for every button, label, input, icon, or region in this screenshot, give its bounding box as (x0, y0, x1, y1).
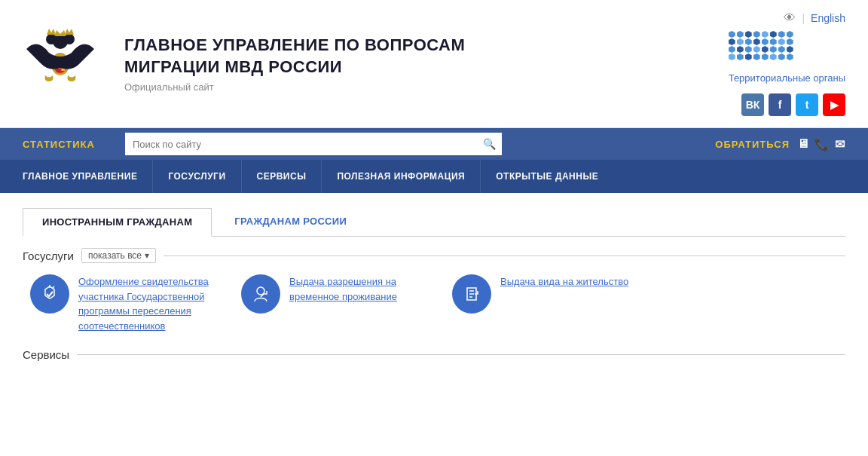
hex-cell (762, 54, 769, 60)
hex-cell (770, 54, 777, 60)
servisy-title: Сервисы (23, 348, 69, 361)
hex-cell (745, 31, 752, 38)
hex-cell (753, 54, 760, 60)
service-icon-3 (452, 274, 491, 314)
phone-icon: 📞 (815, 137, 830, 151)
header-title-block: ГЛАВНОЕ УПРАВЛЕНИЕ ПО ВОПРОСАМ МИГРАЦИИ … (124, 35, 729, 93)
hex-cell (787, 38, 793, 45)
svg-point-4 (46, 34, 57, 44)
hex-cell (778, 31, 785, 38)
service-icon-2 (241, 274, 280, 314)
service-card-1: Оформление свидетельства участника Госуд… (30, 274, 219, 333)
hex-cell (753, 31, 760, 38)
language-selector: 👁 | English (784, 11, 845, 25)
service-link-1[interactable]: Оформление свидетельства участника Госуд… (78, 274, 219, 333)
hex-cell (762, 46, 769, 53)
gosuslugi-title: Госуслуги (23, 249, 74, 262)
contact-icons: 🖥 📞 ✉ (797, 137, 845, 151)
logo: 🐴 (23, 23, 105, 106)
hex-cell (729, 46, 735, 53)
hex-cell (737, 54, 744, 60)
servisy-divider (77, 354, 845, 355)
hex-cell (787, 54, 793, 60)
service-card-3: Выдача вида на жительство (452, 274, 628, 333)
english-link[interactable]: English (811, 12, 845, 24)
page-title: ГЛАВНОЕ УПРАВЛЕНИЕ ПО ВОПРОСАМ МИГРАЦИИ … (124, 35, 729, 78)
hex-pattern-image (729, 31, 796, 70)
search-bar: 🔍 (125, 133, 502, 155)
service-link-2[interactable]: Выдача разрешения на временное проживани… (289, 274, 429, 304)
services-list: Оформление свидетельства участника Госуд… (23, 274, 845, 333)
hex-cell (787, 46, 793, 53)
hex-cell (770, 46, 777, 53)
service-icon-1 (30, 274, 69, 314)
hex-cell (778, 54, 785, 60)
youtube-icon[interactable]: ▶ (823, 93, 845, 116)
hex-cell (729, 31, 735, 38)
facebook-icon[interactable]: f (769, 93, 791, 116)
search-input[interactable] (125, 133, 477, 155)
header-right: 👁 | English (729, 11, 845, 116)
territorial-block: Территориальные органы (729, 31, 845, 84)
tab-foreign-citizens[interactable]: ИНОСТРАННЫМ ГРАЖДАНАМ (23, 208, 212, 237)
tab-russian-citizens[interactable]: ГРАЖДАНАМ РОССИИ (215, 208, 365, 236)
show-all-button[interactable]: показать все ▾ (81, 248, 156, 263)
tab-content-foreign: Госуслуги показать все ▾ Оформление свид… (23, 248, 845, 361)
hex-cell (737, 38, 744, 45)
vk-icon[interactable]: ВК (741, 93, 764, 116)
hex-cell (770, 38, 777, 45)
twitter-icon[interactable]: t (796, 93, 818, 116)
nav-servisy[interactable]: СЕРВИСЫ (242, 160, 322, 193)
hex-cell (737, 46, 744, 53)
nav-bar-statistics: СТАТИСТИКА 🔍 ОБРАТИТЬСЯ 🖥 📞 ✉ (0, 128, 868, 160)
hex-cell (778, 38, 785, 45)
service-link-3[interactable]: Выдача вида на жительство (500, 274, 628, 289)
nav-otkrytye-dannye[interactable]: ОТКРЫТЫЕ ДАННЫЕ (481, 160, 613, 193)
eye-icon[interactable]: 👁 (784, 11, 796, 25)
hex-cell (778, 46, 785, 53)
service-card-2: Выдача разрешения на временное проживани… (241, 274, 429, 333)
monitor-icon: 🖥 (797, 137, 810, 151)
email-icon: ✉ (835, 137, 845, 151)
contact-label[interactable]: ОБРАТИТЬСЯ (715, 139, 790, 150)
social-icons: ВК f t ▶ (741, 93, 845, 116)
nav-poleznaya-informaciya[interactable]: ПОЛЕЗНАЯ ИНФОРМАЦИЯ (322, 160, 481, 193)
hex-cell (753, 46, 760, 53)
chevron-down-icon: ▾ (145, 250, 149, 261)
contact-block: ОБРАТИТЬСЯ 🖥 📞 ✉ (715, 137, 845, 151)
main-nav: ГЛАВНОЕ УПРАВЛЕНИЕ ГОСУСЛУГИ СЕРВИСЫ ПОЛ… (0, 160, 868, 193)
hex-cell (729, 38, 735, 45)
statistics-link[interactable]: СТАТИСТИКА (23, 139, 95, 150)
page-subtitle: Официальный сайт (124, 81, 729, 93)
hex-cell (745, 38, 752, 45)
servisy-section-header: Сервисы (23, 348, 845, 361)
header: 🐴 ГЛАВНОЕ УПРАВЛЕНИЕ ПО ВОПРОСА (0, 0, 868, 128)
main-content: ИНОСТРАННЫМ ГРАЖДАНАМ ГРАЖДАНАМ РОССИИ Г… (0, 193, 868, 384)
hex-cell (762, 31, 769, 38)
hex-cell (762, 38, 769, 45)
hex-cell (729, 54, 735, 60)
svg-point-5 (64, 34, 75, 44)
search-button[interactable]: 🔍 (477, 133, 502, 155)
tabs: ИНОСТРАННЫМ ГРАЖДАНАМ ГРАЖДАНАМ РОССИИ (23, 208, 845, 237)
nav-gosuslugi[interactable]: ГОСУСЛУГИ (153, 160, 241, 193)
svg-point-6 (257, 287, 264, 295)
hex-cell (745, 54, 752, 60)
section-divider (164, 256, 845, 256)
nav-glavnoe-upravlenie[interactable]: ГЛАВНОЕ УПРАВЛЕНИЕ (23, 160, 153, 193)
territorial-link[interactable]: Территориальные органы (729, 72, 845, 84)
hex-cell (737, 31, 744, 38)
hex-cell (787, 31, 793, 38)
hex-cell (770, 31, 777, 38)
gosuslugi-section-header: Госуслуги показать все ▾ (23, 248, 845, 263)
hex-cell (753, 38, 760, 45)
hex-cell (745, 46, 752, 53)
